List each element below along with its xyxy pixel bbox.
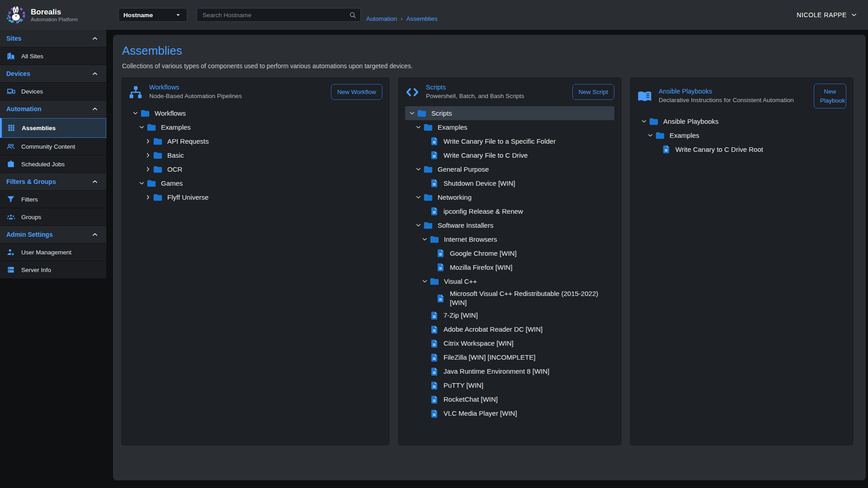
caret-down-icon	[174, 11, 182, 19]
folder-icon	[140, 108, 150, 118]
sidebar-section-admin-settings[interactable]: Admin Settings	[0, 226, 106, 244]
brand-subtitle: Automation Platform	[31, 17, 78, 22]
sidebar-section-sites[interactable]: Sites	[0, 30, 106, 47]
user-menu[interactable]: NICOLE RAPPE	[797, 11, 868, 19]
tree-file-filezilla-win-incomplete[interactable]: FileZilla [WIN] [INCOMPLETE]	[405, 351, 614, 365]
tree-toggle[interactable]	[420, 277, 429, 285]
tree-folder-workflows[interactable]: Workflows	[128, 106, 382, 120]
tree-toggle[interactable]	[420, 235, 429, 243]
sidebar-section-devices[interactable]: Devices	[0, 65, 106, 83]
tree-item-label: Shutdown Device [WIN]	[443, 178, 515, 189]
file-icon	[661, 145, 671, 154]
tree-folder-basic[interactable]: Basic	[128, 148, 382, 162]
tree-toggle[interactable]	[639, 117, 649, 125]
tree-item-label: Write Canary to C Drive Root	[675, 144, 763, 155]
page-title: Assemblies	[122, 44, 858, 58]
folder-icon	[146, 122, 156, 132]
sidebar-item-label: All Sites	[21, 53, 43, 60]
tree-file-adobe-acrobat-reader-dc-win[interactable]: Adobe Acrobat Reader DC [WIN]	[405, 323, 614, 337]
sidebar-item-label: Groups	[21, 214, 41, 221]
tree-folder-internet-browsers[interactable]: Internet Browsers	[405, 232, 614, 246]
tree-folder-examples[interactable]: Examples	[128, 120, 382, 134]
sidebar-item-scheduled-jobs[interactable]: Scheduled Jobs	[0, 155, 106, 173]
tree-folder-networking[interactable]: Networking	[405, 190, 614, 204]
tree-toggle[interactable]	[137, 179, 146, 187]
tree-file-google-chrome-win[interactable]: Google Chrome [WIN]	[405, 246, 614, 260]
tree-folder-ocr[interactable]: OCR	[128, 162, 382, 176]
tree-file-microsoft-visual-c-redistributable-2015-2022-win[interactable]: Microsoft Visual C++ Redistributable (20…	[405, 288, 614, 309]
sidebar-section-filters-groups[interactable]: Filters & Groups	[0, 173, 106, 191]
sidebar-item-user-management[interactable]: User Management	[0, 244, 106, 261]
tree-item-label: Examples	[670, 130, 699, 141]
tree-folder-ansible-playbooks[interactable]: Ansible Playbooks	[637, 114, 846, 128]
tree-toggle[interactable]	[645, 131, 655, 139]
tree-file-mozilla-firefox-win[interactable]: Mozilla Firefox [WIN]	[405, 260, 614, 274]
tree-item-label: Internet Browsers	[444, 234, 497, 245]
tree-toggle[interactable]	[143, 165, 153, 173]
tree-file-vlc-media-player-win[interactable]: VLC Media Player [WIN]	[405, 407, 614, 421]
file-icon	[429, 339, 439, 348]
tree-toggle[interactable]	[413, 193, 423, 201]
search-input[interactable]	[202, 11, 349, 19]
new-playbook-button[interactable]: New Playbook	[814, 84, 846, 108]
tree-folder-api-requests[interactable]: API Requests	[128, 134, 382, 148]
breadcrumb-link-assemblies[interactable]: Assemblies	[406, 15, 438, 22]
tree-folder-flyff-universe[interactable]: Flyff Universe	[128, 190, 382, 204]
sidebar-section-automation[interactable]: Automation	[0, 100, 106, 118]
sidebar-item-devices[interactable]: Devices	[0, 83, 106, 100]
tree-file-ipconfig-release-renew[interactable]: ipconfig Release & Renew	[405, 204, 614, 218]
tree-item-label: 7-Zip [WIN]	[443, 310, 478, 321]
tree-file-java-runtime-environment-8-win[interactable]: Java Runtime Environment 8 [WIN]	[405, 365, 614, 379]
sidebar-item-assemblies[interactable]: Assemblies	[0, 118, 106, 138]
tree-file-putty-win[interactable]: PuTTY [WIN]	[405, 379, 614, 393]
tree-toggle[interactable]	[413, 221, 423, 229]
tree-folder-examples[interactable]: Examples	[637, 128, 846, 142]
tree-toggle[interactable]	[137, 123, 146, 131]
sidebar-section-label: Automation	[6, 105, 42, 113]
funnel-icon	[6, 195, 15, 204]
tree-folder-examples[interactable]: Examples	[405, 120, 614, 134]
tree-item-label: Java Runtime Environment 8 [WIN]	[443, 366, 549, 377]
tree-item-label: Visual C++	[444, 276, 477, 287]
tree-toggle[interactable]	[143, 137, 153, 145]
tree-folder-games[interactable]: Games	[128, 176, 382, 190]
sidebar-item-all-sites[interactable]: All Sites	[0, 47, 106, 65]
tree-file-write-canary-file-to-a-specific-folder[interactable]: Write Canary File to a Specific Folder	[405, 134, 614, 148]
tree-toggle[interactable]	[143, 151, 153, 159]
file-icon	[429, 367, 439, 376]
sidebar-item-groups[interactable]: Groups	[0, 208, 106, 226]
tree-folder-visual-c[interactable]: Visual C++	[405, 274, 614, 288]
hostname-select[interactable]: Hostname	[118, 8, 187, 22]
sidebar-item-community-content[interactable]: Community Content	[0, 138, 106, 155]
sidebar-item-server-info[interactable]: Server Info	[0, 261, 106, 279]
tree-folder-general-purpose[interactable]: General Purpose	[405, 162, 614, 176]
tree-folder-software-installers[interactable]: Software Installers	[405, 218, 614, 232]
chevron-down-icon	[138, 179, 146, 187]
card-header: ScriptsPowershell, Batch, and Bash Scrip…	[405, 84, 614, 100]
tree-folder-scripts[interactable]: Scripts	[405, 106, 614, 120]
new-script-button[interactable]: New Script	[572, 84, 614, 100]
sidebar-item-filters[interactable]: Filters	[0, 191, 106, 208]
chevron-down-icon	[415, 193, 422, 201]
card-workflows: WorkflowsNode-Based Automation Pipelines…	[121, 77, 390, 446]
tree-file-write-canary-to-c-drive-root[interactable]: Write Canary to C Drive Root	[637, 142, 846, 156]
tree-file-citrix-workspace-win[interactable]: Citrix Workspace [WIN]	[405, 337, 614, 351]
folder-icon	[429, 235, 439, 244]
tree-file-write-canary-file-to-c-drive[interactable]: Write Canary File to C Drive	[405, 148, 614, 162]
tree-file-7-zip-win[interactable]: 7-Zip [WIN]	[405, 309, 614, 323]
tree-file-rocketchat-win[interactable]: RocketChat [WIN]	[405, 393, 614, 407]
tree-workflows: WorkflowsExamplesAPI RequestsBasicOCRGam…	[128, 106, 382, 204]
tree-toggle[interactable]	[413, 165, 423, 173]
tree-toggle[interactable]	[413, 123, 423, 131]
tree-file-shutdown-device-win[interactable]: Shutdown Device [WIN]	[405, 176, 614, 190]
book-icon	[637, 89, 652, 104]
tree-item-label: Microsoft Visual C++ Redistributable (20…	[450, 288, 614, 309]
tree-toggle[interactable]	[130, 109, 140, 117]
tree-item-label: Write Canary File to C Drive	[443, 150, 528, 161]
tree-toggle[interactable]	[407, 109, 417, 117]
card-title: Ansible Playbooks	[659, 88, 807, 95]
people-icon	[6, 142, 15, 151]
tree-toggle[interactable]	[143, 193, 153, 201]
breadcrumb-link-automation[interactable]: Automation	[366, 15, 397, 22]
new-workflow-button[interactable]: New Workflow	[331, 84, 382, 100]
